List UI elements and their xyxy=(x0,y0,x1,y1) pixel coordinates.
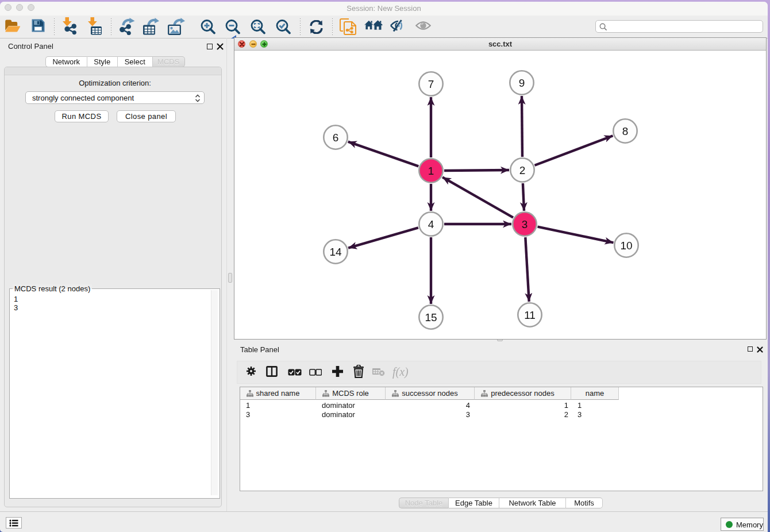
svg-text:11: 11 xyxy=(524,309,536,321)
svg-text:7: 7 xyxy=(428,78,434,90)
svg-text:14: 14 xyxy=(329,246,342,258)
svg-text:1: 1 xyxy=(428,165,434,177)
svg-text:2: 2 xyxy=(519,164,526,176)
svg-text:9: 9 xyxy=(519,77,525,89)
svg-text:6: 6 xyxy=(333,132,339,144)
svg-text:15: 15 xyxy=(425,311,437,323)
svg-text:10: 10 xyxy=(620,240,632,252)
svg-text:3: 3 xyxy=(522,218,528,230)
svg-text:8: 8 xyxy=(622,125,629,137)
svg-text:4: 4 xyxy=(428,218,434,230)
